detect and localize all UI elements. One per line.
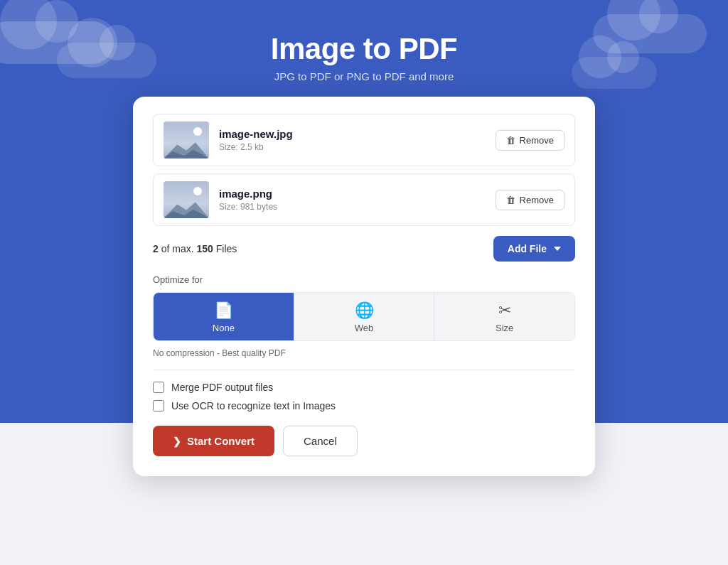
file-count-max: 150 <box>196 243 213 254</box>
file-thumbnail-2 <box>164 181 209 218</box>
file-size-1: Size: 2.5 kb <box>219 142 486 152</box>
size-icon: ✂ <box>498 303 511 318</box>
file-info-2: image.png Size: 981 bytes <box>219 188 486 212</box>
web-icon: 🌐 <box>355 303 374 318</box>
file-count: 2 of max. 150 Files <box>153 243 237 254</box>
ocr-checkbox[interactable] <box>153 400 164 411</box>
optimize-size-button[interactable]: ✂ Size <box>434 293 574 340</box>
chevron-right-icon: ❯ <box>173 436 181 447</box>
cancel-button[interactable]: Cancel <box>283 426 358 456</box>
page-subtitle: JPG to PDF or PNG to PDF and more <box>271 70 457 82</box>
file-name-2: image.png <box>219 188 486 200</box>
file-actions-row: 2 of max. 150 Files Add File <box>153 236 575 262</box>
remove-button-1[interactable]: 🗑 Remove <box>496 130 564 151</box>
file-item-1: image-new.jpg Size: 2.5 kb 🗑 Remove <box>153 114 575 166</box>
bottom-buttons: ❯ Start Convert Cancel <box>153 426 575 456</box>
thumb-sun-2 <box>193 187 202 195</box>
file-count-current: 2 <box>153 243 159 254</box>
optimize-none-label: None <box>213 323 235 333</box>
optimize-description: No compression - Best quality PDF <box>153 348 575 358</box>
checkbox-ocr-row: Use OCR to recognize text in Images <box>153 400 575 411</box>
remove-button-2[interactable]: 🗑 Remove <box>496 190 564 210</box>
ocr-label: Use OCR to recognize text in Images <box>171 400 336 411</box>
checkbox-merge-row: Merge PDF output files <box>153 382 575 393</box>
file-thumbnail-1 <box>164 122 209 158</box>
start-convert-button[interactable]: ❯ Start Convert <box>153 426 274 456</box>
thumb-image-1 <box>164 122 209 158</box>
optimize-web-label: Web <box>355 323 374 333</box>
optimize-label: Optimize for <box>153 274 575 285</box>
trash-icon-2: 🗑 <box>506 195 515 205</box>
file-size-2: Size: 981 bytes <box>219 202 486 212</box>
file-name-1: image-new.jpg <box>219 128 486 140</box>
cancel-label: Cancel <box>304 435 337 447</box>
page-header: Image to PDF JPG to PDF or PNG to PDF an… <box>271 0 457 82</box>
add-file-button[interactable]: Add File <box>493 236 575 262</box>
remove-label-1: Remove <box>520 135 554 146</box>
thumb-image-2 <box>164 181 209 218</box>
none-icon: 📄 <box>214 303 233 318</box>
thumb-sun-1 <box>193 127 202 136</box>
optimize-none-button[interactable]: 📄 None <box>154 293 294 340</box>
chevron-down-icon <box>554 247 561 251</box>
remove-label-2: Remove <box>520 195 554 205</box>
file-count-suffix: Files <box>213 243 237 254</box>
file-info-1: image-new.jpg Size: 2.5 kb <box>219 128 486 152</box>
add-file-label: Add File <box>508 243 547 254</box>
cloud-decoration-4 <box>572 57 657 89</box>
trash-icon-1: 🗑 <box>506 135 515 146</box>
main-card: image-new.jpg Size: 2.5 kb 🗑 Remove imag… <box>133 97 595 476</box>
page-title: Image to PDF <box>271 32 457 66</box>
optimize-size-label: Size <box>496 323 513 333</box>
merge-label: Merge PDF output files <box>171 382 273 393</box>
divider-1 <box>153 370 575 370</box>
cloud-decoration-2 <box>57 43 156 78</box>
file-item-2: image.png Size: 981 bytes 🗑 Remove <box>153 173 575 226</box>
optimize-web-button[interactable]: 🌐 Web <box>294 293 435 340</box>
file-count-prefix: of max. <box>159 243 197 254</box>
merge-checkbox[interactable] <box>153 382 164 393</box>
start-convert-label: Start Convert <box>187 435 255 447</box>
optimize-options: 📄 None 🌐 Web ✂ Size <box>153 292 575 341</box>
